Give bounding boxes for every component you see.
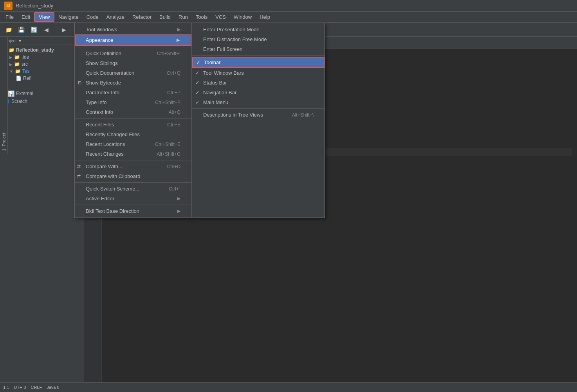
toolbar-sync-btn[interactable]: 🔄 bbox=[28, 24, 39, 35]
shortcut-label: Ctrl+` bbox=[169, 186, 180, 192]
appearance-item-distraction[interactable]: Enter Distraction Free Mode bbox=[192, 34, 325, 44]
view-menu-dropdown: Tool Windows ▶ Appearance ▶ Quick Defini… bbox=[74, 23, 192, 218]
appearance-item-navigation-bar[interactable]: ✓ Navigation Bar bbox=[192, 88, 325, 97]
menu-item-label: Type Info bbox=[86, 99, 106, 105]
menu-item-quick-definition[interactable]: Quick Definition Ctrl+Shift+I bbox=[75, 49, 191, 58]
menu-item-compare-clipboard[interactable]: ⇄ Compare with Clipboard bbox=[75, 171, 191, 181]
shortcut-label: Ctrl+Shift+E bbox=[155, 142, 180, 147]
menu-item-label: Active Editor bbox=[86, 196, 114, 201]
folder-icon: 📁 bbox=[14, 61, 20, 67]
menu-item-label: Toolbar bbox=[204, 59, 221, 65]
menu-help[interactable]: Help bbox=[256, 13, 274, 21]
menu-item-label: Compare with Clipboard bbox=[86, 173, 140, 179]
status-position: 1:1 bbox=[3, 385, 9, 390]
appearance-item-presentation[interactable]: Enter Presentation Mode bbox=[192, 25, 325, 34]
menu-refactor[interactable]: Refactor bbox=[128, 13, 155, 21]
title-bar-title: Reflection_study bbox=[16, 3, 53, 9]
menu-item-parameter-info[interactable]: Parameter Info Ctrl+P bbox=[75, 88, 191, 97]
menu-separator bbox=[192, 108, 325, 109]
submenu-arrow-icon: ▶ bbox=[177, 38, 180, 43]
menu-item-active-editor[interactable]: Active Editor ▶ bbox=[75, 194, 191, 203]
menu-item-recent-locations[interactable]: Recent Locations Ctrl+Shift+E bbox=[75, 139, 191, 149]
tree-item-external[interactable]: ▶ 📊 External bbox=[0, 90, 84, 97]
chevron-down-icon: ▼ bbox=[18, 39, 22, 43]
tree-item-label: .ide bbox=[22, 54, 29, 60]
submenu-arrow-icon: ▶ bbox=[177, 27, 180, 32]
tree-item-reflection-study[interactable]: ▼ 📁 Reflection_study bbox=[0, 47, 84, 54]
tree-item-scratch[interactable]: 🔵 Scratch bbox=[0, 97, 84, 105]
appearance-item-tool-window-bars[interactable]: ✓ Tool Window Bars bbox=[192, 68, 325, 78]
menu-item-quick-doc[interactable]: Quick Documentation Ctrl+Q bbox=[75, 68, 191, 78]
menu-item-appearance[interactable]: Appearance ▶ bbox=[75, 34, 191, 46]
menu-item-quick-switch[interactable]: Quick Switch Scheme... Ctrl+` bbox=[75, 184, 191, 194]
folder-icon: 📁 bbox=[15, 68, 21, 74]
menu-item-compare-with[interactable]: ⇄ Compare With... Ctrl+D bbox=[75, 162, 191, 171]
toolbar-sep1 bbox=[55, 26, 55, 34]
appearance-item-toolbar[interactable]: ✓ Toolbar bbox=[192, 57, 325, 68]
compare-clipboard-icon: ⇄ bbox=[77, 174, 81, 179]
menu-vcs[interactable]: VCS bbox=[211, 13, 230, 21]
folder-icon: 📊 bbox=[8, 90, 14, 97]
menu-item-bidi-text[interactable]: Bidi Text Base Direction ▶ bbox=[75, 206, 191, 216]
menu-item-label: Enter Presentation Mode bbox=[203, 27, 260, 32]
tree-item-label: Reflection_study bbox=[16, 47, 54, 53]
shortcut-label: Ctrl+Shift+I bbox=[157, 51, 180, 56]
tree-item-ide[interactable]: ▶ 📁 .ide bbox=[0, 54, 84, 61]
file-icon: 📄 bbox=[16, 76, 22, 81]
check-icon: ✓ bbox=[195, 80, 200, 86]
appearance-item-descriptions[interactable]: Descriptions in Tree Views Alt+Shift+\ bbox=[192, 110, 325, 120]
folder-icon: 📁 bbox=[9, 47, 14, 53]
menu-item-tool-windows[interactable]: Tool Windows ▶ bbox=[75, 25, 191, 34]
menu-item-recently-changed[interactable]: Recently Changed Files bbox=[75, 129, 191, 139]
menu-item-label: Recently Changed Files bbox=[86, 131, 140, 137]
toolbar-open-btn[interactable]: 📁 bbox=[3, 24, 14, 35]
tree-item-tes[interactable]: ▼ 📁 Tes bbox=[0, 68, 84, 75]
menu-item-recent-files[interactable]: Recent Files Ctrl+E bbox=[75, 120, 191, 129]
menu-separator bbox=[75, 160, 191, 160]
left-tabs: 1: Project bbox=[0, 37, 8, 154]
shortcut-label: Ctrl+P bbox=[167, 90, 180, 95]
tree-item-src[interactable]: ▶ 📁 src bbox=[0, 61, 84, 68]
menu-item-show-bytecode[interactable]: ⊡ Show Bytecode bbox=[75, 78, 191, 88]
menu-item-type-info[interactable]: Type Info Ctrl+Shift+P bbox=[75, 97, 191, 107]
menu-item-recent-changes[interactable]: Recent Changes Alt+Shift+C bbox=[75, 149, 191, 159]
toolbar-save-btn[interactable]: 💾 bbox=[16, 24, 27, 35]
menu-run[interactable]: Run bbox=[175, 13, 192, 21]
menu-item-label: Show Bytecode bbox=[86, 80, 121, 86]
menu-item-show-siblings[interactable]: Show Siblings bbox=[75, 58, 191, 68]
appearance-item-status-bar[interactable]: ✓ Status Bar bbox=[192, 78, 325, 88]
appearance-item-fullscreen[interactable]: Enter Full Screen bbox=[192, 44, 325, 54]
menu-item-label: Show Siblings bbox=[86, 60, 118, 66]
menu-separator bbox=[75, 118, 191, 119]
menu-edit[interactable]: Edit bbox=[18, 13, 34, 21]
menu-item-label: Status Bar bbox=[203, 80, 227, 86]
appearance-item-main-menu[interactable]: ✓ Main Menu bbox=[192, 97, 325, 107]
shortcut-label: Ctrl+Q bbox=[167, 70, 180, 76]
sidebar-tab-project[interactable]: 1: Project bbox=[1, 37, 7, 154]
menu-navigate[interactable]: Navigate bbox=[54, 13, 82, 21]
menu-view[interactable]: View bbox=[34, 12, 54, 22]
menu-separator bbox=[75, 47, 191, 47]
menu-item-context-info[interactable]: Context Info Alt+Q bbox=[75, 107, 191, 117]
check-icon: ✓ bbox=[195, 99, 200, 105]
menu-build[interactable]: Build bbox=[155, 13, 175, 21]
sidebar-header: Project ▼ bbox=[0, 37, 84, 45]
menu-analyze[interactable]: Analyze bbox=[103, 13, 128, 21]
submenu-arrow-icon: ▶ bbox=[177, 209, 180, 214]
tree-item-label: Scratch bbox=[11, 99, 27, 104]
tree-item-refl[interactable]: 📄 Refl bbox=[0, 75, 84, 82]
menu-window[interactable]: Window bbox=[230, 13, 256, 21]
menu-item-label: Bidi Text Base Direction bbox=[86, 208, 139, 214]
menu-item-label: Recent Files bbox=[86, 122, 114, 128]
menu-code[interactable]: Code bbox=[83, 13, 103, 21]
expand-icon: ▶ bbox=[9, 55, 13, 59]
appearance-submenu: Enter Presentation Mode Enter Distractio… bbox=[192, 23, 325, 218]
menu-file[interactable]: File bbox=[2, 13, 18, 21]
folder-icon: 📁 bbox=[14, 54, 20, 60]
tree-item-label: External bbox=[16, 91, 33, 96]
toolbar-run-btn[interactable]: ▶ bbox=[58, 24, 69, 35]
menu-item-label: Recent Changes bbox=[86, 151, 124, 157]
menu-item-label: Enter Full Screen bbox=[203, 46, 242, 52]
menu-tools[interactable]: Tools bbox=[192, 13, 211, 21]
toolbar-back-btn[interactable]: ◀ bbox=[41, 24, 52, 35]
